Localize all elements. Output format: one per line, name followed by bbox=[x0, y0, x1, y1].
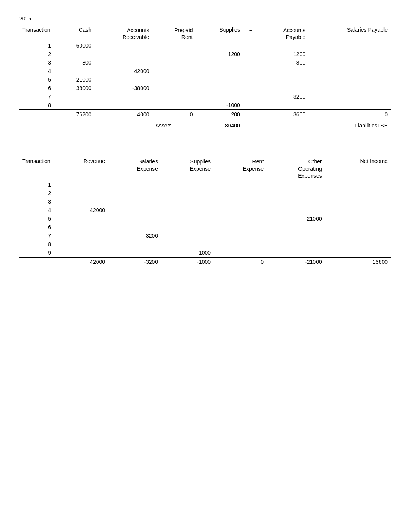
row-sal-exp bbox=[108, 214, 161, 223]
bs-header-cash: Cash bbox=[54, 25, 95, 41]
row-supplies: 1200 bbox=[196, 50, 243, 58]
row-sal-exp: -3200 bbox=[108, 231, 161, 240]
row-sal-exp bbox=[108, 248, 161, 257]
row-other bbox=[267, 180, 325, 189]
is-header-net-income: Net Income bbox=[325, 157, 391, 180]
bs-assets-value: 80400 bbox=[196, 119, 243, 130]
row-ap: -800 bbox=[259, 58, 308, 67]
row-rent-exp bbox=[214, 189, 267, 197]
row-other bbox=[267, 189, 325, 197]
row-supplies bbox=[196, 75, 243, 84]
row-num: 9 bbox=[19, 248, 54, 257]
table-row: 4 42000 bbox=[19, 206, 391, 214]
row-sal-pay bbox=[308, 67, 391, 75]
row-cash: -21000 bbox=[54, 75, 95, 84]
is-header-sup-exp: SuppliesExpense bbox=[161, 157, 214, 180]
table-row: 3 -800 -800 bbox=[19, 58, 391, 67]
row-sal-pay bbox=[308, 92, 391, 101]
row-revenue bbox=[54, 248, 108, 257]
is-header-transaction: Transaction bbox=[19, 157, 54, 180]
row-rent-exp bbox=[214, 206, 267, 214]
row-prepaid bbox=[152, 84, 196, 92]
bs-total-row: 76200 4000 0 200 3600 0 bbox=[19, 110, 391, 119]
row-ar bbox=[95, 92, 152, 101]
row-sup-exp bbox=[161, 240, 214, 248]
row-ap: 3200 bbox=[259, 92, 308, 101]
row-equals bbox=[243, 50, 259, 58]
row-supplies: -1000 bbox=[196, 101, 243, 110]
table-row: 4 42000 bbox=[19, 67, 391, 75]
row-equals bbox=[243, 58, 259, 67]
table-row: 5 -21000 bbox=[19, 214, 391, 223]
bs-header-ap: AccountsPayable bbox=[259, 25, 308, 41]
row-cash bbox=[54, 101, 95, 110]
bs-header-supplies: Supplies bbox=[196, 25, 243, 41]
row-prepaid bbox=[152, 58, 196, 67]
row-ap bbox=[259, 75, 308, 84]
bs-total-supplies: 200 bbox=[196, 110, 243, 119]
row-sup-exp bbox=[161, 231, 214, 240]
table-row: 6 38000 -38000 bbox=[19, 84, 391, 92]
row-prepaid bbox=[152, 67, 196, 75]
is-total-sal-exp: -3200 bbox=[108, 257, 161, 266]
year-label: 2016 bbox=[19, 15, 391, 22]
row-prepaid bbox=[152, 101, 196, 110]
is-header-revenue: Revenue bbox=[54, 157, 108, 180]
bs-total-sal-pay: 0 bbox=[308, 110, 391, 119]
row-num: 4 bbox=[19, 67, 54, 75]
row-net bbox=[325, 189, 391, 197]
table-row: 2 bbox=[19, 189, 391, 197]
row-net bbox=[325, 223, 391, 231]
table-row: 8 -1000 bbox=[19, 101, 391, 110]
bs-liabilities-label: Liabilities+SE bbox=[308, 119, 391, 130]
row-cash bbox=[54, 67, 95, 75]
row-revenue bbox=[54, 189, 108, 197]
row-num: 2 bbox=[19, 189, 54, 197]
row-ar: -38000 bbox=[95, 84, 152, 92]
row-num: 6 bbox=[19, 84, 54, 92]
row-ap bbox=[259, 84, 308, 92]
row-sal-exp bbox=[108, 223, 161, 231]
is-total-revenue: 42000 bbox=[54, 257, 108, 266]
table-row: 5 -21000 bbox=[19, 75, 391, 84]
row-num: 4 bbox=[19, 206, 54, 214]
row-rent-exp bbox=[214, 231, 267, 240]
row-revenue bbox=[54, 180, 108, 189]
row-rent-exp bbox=[214, 223, 267, 231]
is-header-rent-exp: RentExpense bbox=[214, 157, 267, 180]
row-prepaid bbox=[152, 92, 196, 101]
bs-assets-row: Assets 80400 Liabilities+SE bbox=[19, 119, 391, 130]
row-other bbox=[267, 240, 325, 248]
row-net bbox=[325, 180, 391, 189]
bs-header-transaction: Transaction bbox=[19, 25, 54, 41]
income-statement-table: Transaction Revenue SalariesExpense Supp… bbox=[19, 157, 391, 266]
row-sup-exp bbox=[161, 214, 214, 223]
row-ar bbox=[95, 50, 152, 58]
row-num: 5 bbox=[19, 214, 54, 223]
row-ar bbox=[95, 101, 152, 110]
row-sal-pay bbox=[308, 50, 391, 58]
row-equals bbox=[243, 84, 259, 92]
bs-total-ar: 4000 bbox=[95, 110, 152, 119]
row-num: 1 bbox=[19, 180, 54, 189]
row-sal-exp bbox=[108, 240, 161, 248]
row-sup-exp bbox=[161, 180, 214, 189]
row-sal-exp bbox=[108, 206, 161, 214]
row-other bbox=[267, 231, 325, 240]
bs-total-ap: 3600 bbox=[259, 110, 308, 119]
row-net bbox=[325, 214, 391, 223]
row-revenue bbox=[54, 214, 108, 223]
row-sup-exp bbox=[161, 189, 214, 197]
row-other bbox=[267, 248, 325, 257]
is-total-net-income: 16800 bbox=[325, 257, 391, 266]
row-num: 8 bbox=[19, 101, 54, 110]
row-rent-exp bbox=[214, 248, 267, 257]
table-row: 7 -3200 bbox=[19, 231, 391, 240]
row-num: 8 bbox=[19, 240, 54, 248]
row-num: 7 bbox=[19, 92, 54, 101]
row-ar bbox=[95, 41, 152, 50]
row-supplies bbox=[196, 58, 243, 67]
row-ap bbox=[259, 67, 308, 75]
row-sal-pay bbox=[308, 84, 391, 92]
row-num: 1 bbox=[19, 41, 54, 50]
